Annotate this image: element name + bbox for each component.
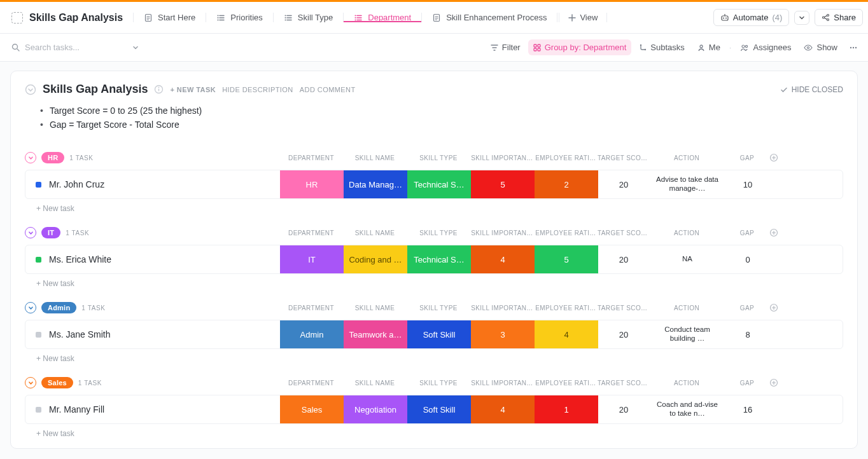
hide-description-button[interactable]: HIDE DESCRIPTION: [222, 86, 293, 93]
skill-name-cell[interactable]: Coding and …: [344, 245, 407, 273]
task-row[interactable]: Ms. Jane SmithAdminTeamwork a…Soft Skill…: [25, 320, 843, 349]
column-header[interactable]: DEPARTMENT: [279, 380, 343, 387]
department-cell[interactable]: Sales: [280, 395, 344, 423]
column-header[interactable]: SKILL TYPE: [407, 154, 470, 161]
tab-skill-enhancement-process[interactable]: Skill Enhancement Process: [421, 13, 557, 22]
status-square-icon[interactable]: [36, 257, 41, 263]
assignees-button[interactable]: Assignees: [735, 39, 796, 55]
column-header[interactable]: TARGET SCORE: [598, 305, 648, 312]
employee-rating-cell[interactable]: 5: [535, 245, 598, 273]
action-cell[interactable]: NA: [649, 245, 725, 273]
automate-button[interactable]: Automate (4): [713, 9, 790, 26]
column-header[interactable]: SKILL NAME: [343, 154, 407, 161]
skill-name-cell[interactable]: Negotiation: [344, 395, 407, 423]
skill-importance-cell[interactable]: 5: [471, 170, 535, 198]
tab-department[interactable]: Department: [343, 13, 421, 22]
column-header[interactable]: DEPARTMENT: [279, 230, 343, 236]
skill-importance-cell[interactable]: 3: [471, 320, 535, 348]
column-header[interactable]: EMPLOYEE RATI…: [534, 380, 598, 387]
task-row[interactable]: Mr. Manny FillSalesNegotiationSoft Skill…: [25, 395, 843, 424]
new-task-button[interactable]: + New task: [25, 274, 843, 292]
gap-cell[interactable]: 10: [725, 170, 770, 198]
tab-priorities[interactable]: Priorities: [206, 13, 273, 22]
collapse-group-button[interactable]: [25, 302, 36, 313]
column-header[interactable]: GAP: [725, 230, 769, 236]
column-header[interactable]: SKILL TYPE: [407, 380, 470, 387]
gap-cell[interactable]: 16: [725, 395, 770, 423]
target-score-cell[interactable]: 20: [598, 395, 649, 423]
collapse-group-button[interactable]: [25, 377, 36, 388]
add-column-button[interactable]: [769, 303, 788, 312]
employee-rating-cell[interactable]: 4: [535, 320, 598, 348]
task-row[interactable]: Mr. John CruzHRData Manag…Technical S…52…: [25, 170, 843, 199]
column-header[interactable]: DEPARTMENT: [279, 154, 343, 161]
department-cell[interactable]: IT: [280, 245, 344, 273]
more-button[interactable]: [845, 41, 859, 55]
department-cell[interactable]: HR: [280, 170, 344, 198]
task-name-cell[interactable]: Ms. Erica White: [25, 245, 280, 273]
target-score-cell[interactable]: 20: [598, 170, 649, 198]
column-header[interactable]: TARGET SCORE: [598, 380, 648, 387]
add-view-button[interactable]: View: [559, 13, 607, 22]
collapse-list-icon[interactable]: [25, 84, 36, 95]
column-header[interactable]: DEPARTMENT: [279, 305, 343, 312]
column-header[interactable]: ACTION: [648, 305, 725, 312]
group-badge[interactable]: Sales: [41, 377, 73, 388]
column-header[interactable]: SKILL NAME: [343, 305, 407, 312]
department-cell[interactable]: Admin: [280, 320, 344, 348]
new-task-button[interactable]: + New task: [25, 199, 843, 217]
action-cell[interactable]: Conduct team building …: [649, 320, 725, 348]
share-button[interactable]: Share: [815, 9, 863, 26]
skill-importance-cell[interactable]: 4: [471, 245, 535, 273]
tab-skill-type[interactable]: Skill Type: [273, 13, 343, 22]
automate-dropdown-button[interactable]: [794, 11, 809, 25]
task-name-cell[interactable]: Mr. John Cruz: [25, 170, 280, 198]
me-button[interactable]: Me: [692, 39, 725, 55]
column-header[interactable]: SKILL IMPORTAN…: [470, 305, 534, 312]
status-square-icon[interactable]: [36, 332, 41, 338]
column-header[interactable]: ACTION: [648, 154, 725, 161]
add-comment-button[interactable]: ADD COMMENT: [300, 86, 356, 93]
tab-start-here[interactable]: Start Here: [133, 13, 206, 22]
search-input[interactable]: [24, 42, 113, 53]
add-column-button[interactable]: [769, 153, 788, 162]
group-badge[interactable]: HR: [41, 152, 64, 163]
target-score-cell[interactable]: 20: [598, 245, 649, 273]
column-header[interactable]: GAP: [725, 154, 769, 161]
column-header[interactable]: TARGET SCORE: [598, 230, 648, 236]
collapse-group-button[interactable]: [25, 152, 36, 163]
show-button[interactable]: Show: [799, 39, 843, 55]
status-square-icon[interactable]: [36, 182, 41, 188]
skill-importance-cell[interactable]: 4: [471, 395, 535, 423]
add-column-button[interactable]: [769, 228, 788, 237]
column-header[interactable]: SKILL NAME: [343, 230, 407, 236]
filter-button[interactable]: Filter: [486, 39, 526, 55]
collapse-group-button[interactable]: [25, 227, 36, 238]
task-row[interactable]: Ms. Erica WhiteITCoding and …Technical S…: [25, 245, 843, 274]
skill-type-cell[interactable]: Soft Skill: [407, 320, 471, 348]
group-badge[interactable]: Admin: [41, 302, 76, 313]
column-header[interactable]: SKILL NAME: [343, 380, 407, 387]
target-score-cell[interactable]: 20: [598, 320, 649, 348]
new-task-button[interactable]: + New task: [25, 349, 843, 367]
column-header[interactable]: SKILL TYPE: [407, 230, 470, 236]
status-square-icon[interactable]: [36, 407, 41, 413]
group-badge[interactable]: IT: [41, 227, 60, 238]
skill-name-cell[interactable]: Teamwork a…: [344, 320, 407, 348]
column-header[interactable]: ACTION: [648, 380, 725, 387]
action-cell[interactable]: Advise to take data manage-…: [649, 170, 725, 198]
hide-closed-button[interactable]: HIDE CLOSED: [780, 85, 843, 94]
skill-type-cell[interactable]: Technical S…: [407, 170, 471, 198]
chevron-down-icon[interactable]: [132, 45, 139, 51]
employee-rating-cell[interactable]: 1: [535, 395, 598, 423]
header-new-task-button[interactable]: + NEW TASK: [170, 86, 216, 93]
column-header[interactable]: TARGET SCORE: [598, 154, 648, 161]
skill-name-cell[interactable]: Data Manag…: [344, 170, 407, 198]
column-header[interactable]: EMPLOYEE RATI…: [534, 154, 598, 161]
column-header[interactable]: GAP: [725, 305, 769, 312]
column-header[interactable]: EMPLOYEE RATI…: [534, 305, 598, 312]
column-header[interactable]: SKILL IMPORTAN…: [470, 380, 534, 387]
gap-cell[interactable]: 8: [725, 320, 770, 348]
subtasks-button[interactable]: Subtasks: [634, 39, 689, 55]
skill-type-cell[interactable]: Technical S…: [407, 245, 471, 273]
